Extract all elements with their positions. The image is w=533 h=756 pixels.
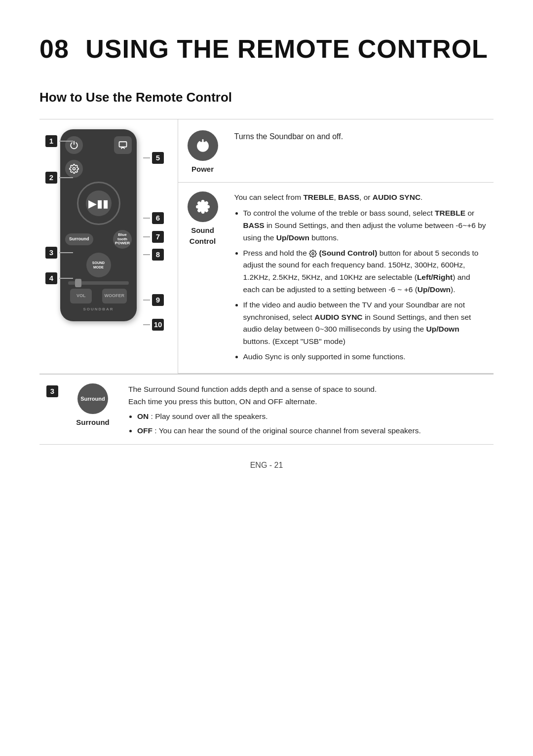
remote-diagram-cell: ▶▮▮ Surround BluetoothPOWER SOUNDMODE: [39, 119, 178, 374]
label-8: 8: [143, 249, 164, 261]
surround-bullet-1: ON : Play sound over all the speakers.: [137, 411, 487, 423]
surround-label: Surround: [71, 417, 114, 428]
table-row-sound-control: Sound Control You can select from TREBLE…: [178, 182, 494, 373]
sound-control-label: Sound Control: [185, 225, 221, 247]
sound-control-icon-cell: Sound Control: [178, 182, 228, 373]
surround-num-cell: 3: [39, 374, 67, 444]
surround-desc-cell: The Surround Sound function adds depth a…: [121, 374, 494, 444]
surround-bullet-2: OFF : You can hear the sound of the orig…: [137, 425, 487, 437]
svg-rect-0: [119, 142, 127, 147]
bullet-2: Press and hold the (Sound Control) butto…: [243, 247, 487, 296]
surround-num-badge: 3: [46, 385, 58, 397]
label-3: 3: [45, 247, 73, 259]
woofer-button[interactable]: WOOFER: [102, 289, 127, 303]
power-icon-cell: Power: [178, 119, 228, 182]
sound-control-desc-cell: You can select from TREBLE, BASS, or AUD…: [228, 182, 494, 373]
label-4: 4: [45, 272, 73, 284]
label-1: 1: [45, 135, 73, 147]
label-10: 10: [143, 319, 164, 331]
soundbar-label: SOUNDBAR: [65, 306, 132, 312]
footer-text: ENG - 21: [250, 461, 283, 469]
label-5: 5: [143, 152, 164, 164]
section-title: How to Use the Remote Control: [39, 88, 494, 107]
svg-point-1: [73, 168, 76, 170]
remote-body: ▶▮▮ Surround BluetoothPOWER SOUNDMODE: [60, 129, 137, 321]
sound-mode-button[interactable]: SOUNDMODE: [86, 253, 111, 277]
description-rows-cell: Power Turns the Soundbar on and off. Sou…: [178, 119, 494, 374]
power-desc-cell: Turns the Soundbar on and off.: [228, 119, 494, 182]
bullet-1: To control the volume of the treble or b…: [243, 207, 487, 244]
bottom-table: 3 Surround Surround The Surround Sound f…: [39, 374, 494, 445]
play-pause-button[interactable]: ▶▮▮: [86, 190, 112, 216]
surround-button-remote[interactable]: Surround: [65, 233, 93, 245]
vol-button[interactable]: VOL: [70, 289, 92, 303]
table-row-power: Power Turns the Soundbar on and off.: [178, 119, 494, 182]
sound-control-icon-circle: [188, 191, 218, 222]
d-pad-ring: ▶▮▮: [77, 182, 120, 225]
label-2: 2: [45, 172, 73, 184]
table-row-surround: 3 Surround Surround The Surround Sound f…: [39, 374, 494, 444]
bluetooth-power-button[interactable]: BluetoothPOWER: [113, 230, 132, 249]
title-text: USING THE REMOTE CONTROL: [85, 35, 488, 63]
surround-description: The Surround Sound function adds depth a…: [128, 383, 487, 396]
power-description: Turns the Soundbar on and off.: [234, 132, 343, 141]
chapter-number: 08: [39, 35, 69, 63]
remote-diagram: ▶▮▮ Surround BluetoothPOWER SOUNDMODE: [45, 124, 164, 366]
input-button-remote[interactable]: [114, 136, 132, 154]
label-6: 6: [143, 212, 164, 224]
surround-bullets: ON : Play sound over all the speakers. O…: [128, 411, 487, 437]
desc-table: Power Turns the Soundbar on and off. Sou…: [178, 119, 494, 374]
label-9: 9: [143, 294, 164, 306]
sound-control-description: You can select from TREBLE, BASS, or AUD…: [234, 191, 487, 204]
surround-icon-cell: Surround Surround: [67, 374, 121, 444]
svg-point-3: [312, 253, 314, 255]
label-7: 7: [143, 231, 164, 243]
surround-icon-text: Surround: [80, 395, 105, 403]
power-label: Power: [185, 164, 221, 175]
main-table: ▶▮▮ Surround BluetoothPOWER SOUNDMODE: [39, 119, 494, 374]
sound-control-bullets: To control the volume of the treble or b…: [234, 207, 487, 363]
page-footer: ENG - 21: [39, 459, 494, 471]
bullet-3: If the video and audio between the TV an…: [243, 299, 487, 348]
surround-icon-circle: Surround: [77, 383, 108, 414]
power-icon-circle: [188, 130, 218, 161]
page-title: 08 USING THE REMOTE CONTROL: [39, 30, 494, 68]
bullet-4: Audio Sync is only supported in some fun…: [243, 351, 487, 363]
surround-description2: Each time you press this button, ON and …: [128, 396, 487, 408]
